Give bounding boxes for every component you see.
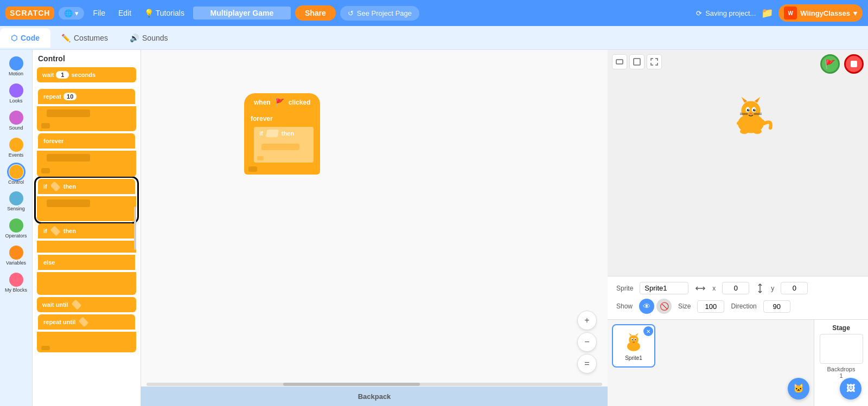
tab-code[interactable]: ⬡ Code (0, 28, 50, 48)
globe-icon: 🌐 (64, 9, 73, 17)
when-clicked-hat[interactable]: when 🚩 clicked (244, 93, 320, 112)
add-backdrop-button[interactable]: 🖼 (840, 378, 861, 399)
svg-point-15 (750, 113, 752, 114)
else-block[interactable]: else (38, 255, 135, 270)
sidebar-item-variables[interactable]: Variables (0, 243, 32, 268)
events-dot (9, 138, 23, 152)
y-input[interactable] (781, 282, 808, 294)
folder-icon[interactable]: 📁 (761, 7, 773, 19)
stage-area: 🚩 (608, 50, 868, 276)
stage-title: Stage (832, 324, 850, 332)
right-panel: 🚩 (608, 50, 868, 406)
motion-dot (9, 56, 23, 70)
wait-until-block[interactable]: wait until (37, 297, 136, 312)
size-input[interactable] (697, 300, 724, 313)
edit-menu[interactable]: Edit (114, 7, 136, 20)
if-then-else-block-wrapper: if then else (37, 223, 136, 295)
stage-small-view[interactable] (612, 54, 627, 69)
x-input[interactable] (722, 282, 749, 294)
show-label: Show (616, 302, 633, 310)
if-canvas-block[interactable]: if then (254, 127, 314, 140)
sprite-thumb-sprite1[interactable]: ✕ Sprite1 (612, 324, 655, 368)
tab-sounds[interactable]: 🔊 Sounds (119, 28, 178, 48)
sidebar-item-my-blocks[interactable]: My Blocks (0, 270, 32, 295)
svg-point-21 (753, 129, 762, 134)
saving-status: ⟳ Saving project... (696, 9, 756, 17)
scroll-indicator[interactable] (134, 207, 136, 250)
backdrops-count: 1 (839, 372, 843, 379)
svg-marker-29 (635, 333, 639, 336)
show-eye-button[interactable]: 👁 (639, 299, 654, 314)
project-name-input[interactable] (193, 7, 291, 20)
sidebar-item-motion[interactable]: Motion (0, 54, 32, 79)
scratch-cat (724, 93, 778, 137)
scroll-thumb[interactable] (283, 383, 420, 386)
repeat-block[interactable]: repeat 10 (38, 89, 135, 104)
if-else-block[interactable]: if then (38, 223, 135, 239)
sprite-inspector: Sprite x y Show (608, 276, 868, 319)
stage-thumbnail[interactable] (820, 334, 863, 364)
navbar-right: ⟳ Saving project... 📁 W WiingyClasses ▾ (696, 4, 863, 22)
svg-point-32 (631, 339, 633, 340)
if-then-block[interactable]: if then (38, 179, 135, 194)
horizontal-scrollbar[interactable] (141, 382, 608, 386)
sidebar-item-looks[interactable]: Looks (0, 81, 32, 106)
sprite-label: Sprite (616, 285, 633, 292)
categories-panel: Motion Looks Sound Events Control Sensin… (0, 50, 33, 406)
forever-canvas-block[interactable]: forever (244, 112, 320, 126)
zoom-fit-button[interactable]: = (577, 354, 597, 373)
add-sprite-button[interactable]: 🐱 (788, 378, 809, 399)
globe-button[interactable]: 🌐 ▾ (59, 7, 84, 20)
sprite-fields-row: Sprite x y (616, 282, 859, 294)
sidebar-item-operators[interactable]: Operators (0, 216, 32, 241)
navbar: SCRATCH 🌐 ▾ File Edit 💡 Tutorials Share … (0, 0, 868, 26)
control-dot (9, 165, 23, 179)
scroll-track (146, 383, 602, 386)
x-label: x (712, 285, 716, 292)
delete-sprite-button[interactable]: ✕ (643, 326, 653, 336)
repeat-until-block-wrapper: repeat until (37, 314, 136, 352)
sprite-name-input[interactable] (640, 282, 688, 294)
tutorials-menu[interactable]: 💡 Tutorials (140, 7, 189, 20)
user-badge[interactable]: W WiingyClasses ▾ (778, 4, 863, 22)
sidebar-item-control[interactable]: Control (0, 163, 32, 188)
see-project-button[interactable]: ↺ See Project Page (340, 6, 419, 21)
my-blocks-dot (9, 273, 23, 287)
stop-button[interactable] (844, 54, 864, 74)
svg-point-20 (740, 129, 749, 134)
svg-rect-1 (634, 59, 640, 65)
stage-sprite (724, 93, 778, 139)
sensing-dot (9, 191, 23, 205)
sidebar-item-sound[interactable]: Sound (0, 108, 32, 133)
stage-fullscreen-view[interactable] (647, 54, 662, 69)
tab-costumes[interactable]: ✏️ Costumes (50, 28, 119, 48)
green-flag-icon: 🚩 (275, 98, 284, 107)
globe-arrow: ▾ (75, 9, 79, 17)
share-button[interactable]: Share (295, 5, 336, 21)
forever-block[interactable]: forever (38, 133, 135, 149)
repeat-until-block[interactable]: repeat until (38, 314, 135, 330)
sidebar-item-sensing[interactable]: Sensing (0, 189, 32, 214)
motion-label: Motion (9, 72, 23, 77)
backpack-bar[interactable]: Backpack (141, 386, 608, 406)
wait-block[interactable]: wait 1 seconds (37, 67, 136, 82)
green-flag-button[interactable]: 🚩 (820, 54, 840, 74)
svg-point-14 (754, 109, 755, 111)
file-menu[interactable]: File (88, 7, 110, 20)
svg-point-33 (635, 339, 636, 340)
stage-view-controls (612, 54, 662, 69)
sidebar-item-events[interactable]: Events (0, 136, 32, 160)
direction-input[interactable] (763, 300, 790, 313)
svg-text:🖼: 🖼 (846, 384, 855, 393)
script-area[interactable]: when 🚩 clicked forever if then (141, 50, 608, 406)
svg-rect-0 (616, 60, 623, 64)
zoom-out-button[interactable]: − (577, 332, 597, 352)
direction-label: Direction (731, 302, 756, 310)
sprite1-thumbnail (620, 331, 647, 353)
stage-normal-view[interactable] (629, 54, 644, 69)
sound-dot (9, 111, 23, 125)
cat-add-icon: 🐱 (793, 383, 804, 394)
hide-eye-button[interactable]: 🚫 (656, 299, 672, 314)
my-blocks-label: My Blocks (5, 288, 27, 293)
zoom-in-button[interactable]: + (577, 311, 597, 330)
